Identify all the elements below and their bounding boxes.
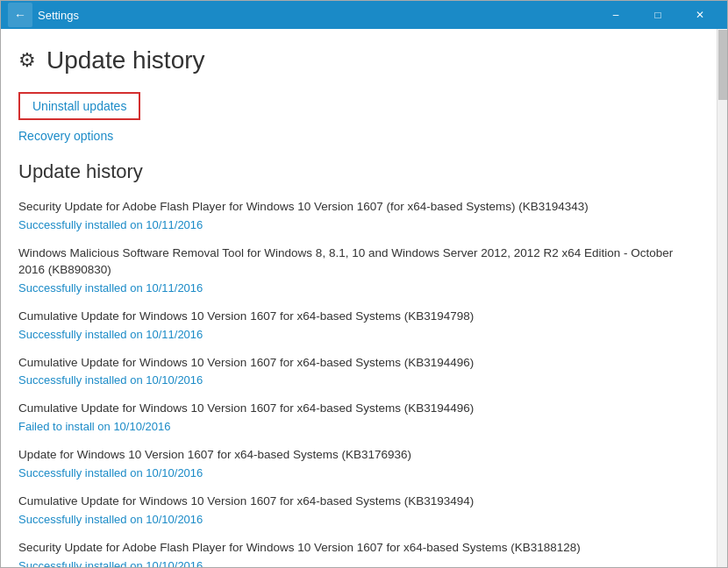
update-item: Update for Windows 10 Version 1607 for x… [18, 447, 690, 479]
gear-icon: ⚙ [18, 49, 36, 72]
minimize-button[interactable]: – [596, 1, 636, 29]
main-content: ⚙ Update history Uninstall updates Recov… [1, 29, 717, 567]
titlebar: ← Settings – □ ✕ [1, 1, 727, 29]
update-status[interactable]: Successfully installed on 10/11/2016 [18, 281, 690, 295]
uninstall-updates-button[interactable]: Uninstall updates [18, 92, 140, 120]
update-status[interactable]: Successfully installed on 10/11/2016 [18, 328, 690, 341]
update-name: Security Update for Adobe Flash Player f… [18, 540, 690, 557]
page-title: Update history [46, 46, 205, 75]
update-item: Cumulative Update for Windows 10 Version… [18, 401, 690, 433]
page-header: ⚙ Update history [18, 46, 690, 75]
update-name: Cumulative Update for Windows 10 Version… [18, 309, 690, 325]
close-button[interactable]: ✕ [680, 1, 720, 29]
update-item: Cumulative Update for Windows 10 Version… [18, 493, 690, 526]
update-status[interactable]: Successfully installed on 10/11/2016 [18, 218, 690, 231]
update-status[interactable]: Successfully installed on 10/10/2016 [18, 466, 690, 479]
back-button[interactable]: ← [8, 3, 32, 27]
update-status[interactable]: Successfully installed on 10/10/2016 [18, 559, 690, 567]
update-item: Cumulative Update for Windows 10 Version… [18, 309, 690, 341]
update-name: Update for Windows 10 Version 1607 for x… [18, 447, 690, 464]
scrollbar-track[interactable] [717, 29, 727, 567]
action-links: Uninstall updates Recovery options [18, 92, 690, 143]
update-name: Security Update for Adobe Flash Player f… [18, 199, 690, 216]
update-item: Security Update for Adobe Flash Player f… [18, 199, 690, 231]
content-area: ⚙ Update history Uninstall updates Recov… [1, 29, 727, 567]
update-status[interactable]: Successfully installed on 10/10/2016 [18, 373, 690, 387]
recovery-options-link[interactable]: Recovery options [18, 129, 690, 143]
section-title: Update history [18, 160, 690, 183]
window-controls: – □ ✕ [596, 1, 720, 29]
update-item: Cumulative Update for Windows 10 Version… [18, 355, 690, 387]
update-status[interactable]: Failed to install on 10/10/2016 [18, 420, 690, 433]
update-status[interactable]: Successfully installed on 10/10/2016 [18, 513, 690, 526]
update-list: Security Update for Adobe Flash Player f… [18, 199, 690, 567]
maximize-button[interactable]: □ [638, 1, 678, 29]
update-name: Cumulative Update for Windows 10 Version… [18, 355, 690, 372]
update-name: Cumulative Update for Windows 10 Version… [18, 401, 690, 417]
update-item: Windows Malicious Software Removal Tool … [18, 245, 690, 295]
window-title: Settings [38, 9, 596, 22]
update-item: Security Update for Adobe Flash Player f… [18, 540, 690, 567]
update-name: Windows Malicious Software Removal Tool … [18, 245, 690, 279]
update-name: Cumulative Update for Windows 10 Version… [18, 493, 690, 510]
scrollbar-thumb[interactable] [718, 30, 727, 100]
back-icon: ← [14, 8, 26, 22]
